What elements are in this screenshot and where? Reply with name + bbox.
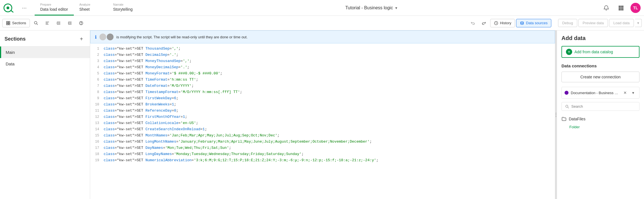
svg-point-30	[521, 22, 523, 23]
sidebar-item-main[interactable]: Main	[0, 47, 90, 58]
connection-close-button[interactable]: ✕	[622, 89, 629, 96]
svg-point-31	[566, 105, 568, 107]
tab-narrate[interactable]: Narrate Storytelling	[108, 0, 141, 16]
sections-toggle-button[interactable]: Sections	[2, 19, 30, 27]
line-number: 15	[90, 132, 104, 139]
connection-name: Documentation - Business Logic ...	[571, 91, 619, 95]
code-line: 7class="kw-set">SET DateFormat='M/D/YYYY…	[90, 83, 555, 89]
tab-prepare-main: Data load editor	[40, 7, 68, 12]
svg-line-2	[11, 10, 13, 12]
line-number: 17	[90, 145, 104, 151]
folder-sub-item[interactable]: Folder	[561, 125, 639, 129]
toolbar: Sections	[0, 16, 644, 30]
code-editor[interactable]: 1class="kw-set">SET ThousandSep=',';2cla…	[90, 43, 555, 199]
panel-title: Add data	[561, 35, 639, 41]
redo-icon	[482, 21, 486, 25]
data-sources-label: Data sources	[526, 21, 548, 25]
indent-left-button[interactable]	[54, 18, 64, 28]
line-content: class="kw-set">SET MonthNames='Jan;Feb;M…	[104, 132, 555, 139]
line-content: class="kw-set">SET TimeFormat='h:mm:ss T…	[104, 77, 555, 83]
svg-rect-4	[620, 6, 622, 7]
svg-rect-7	[620, 7, 622, 9]
connection-expand-button[interactable]: ▾	[630, 89, 636, 96]
qlik-logo-area[interactable]: ···	[3, 3, 29, 12]
format-button[interactable]	[42, 18, 52, 28]
tab-analyze[interactable]: Analyze Sheet	[74, 0, 108, 16]
user-avatar[interactable]: TL	[630, 3, 641, 13]
svg-rect-11	[622, 9, 623, 10]
indent-left-icon	[56, 21, 61, 25]
datafiles-item[interactable]: DataFiles	[561, 114, 639, 124]
load-data-button[interactable]: Load data	[609, 19, 634, 27]
notification-icon[interactable]	[601, 3, 611, 13]
code-line: 13class="kw-set">SET CollationLocale='en…	[90, 120, 555, 126]
svg-rect-6	[619, 7, 620, 9]
line-number: 2	[90, 52, 104, 58]
code-line: 5class="kw-set">SET MoneyFormat='$ ###0.…	[90, 70, 555, 77]
svg-point-1	[6, 6, 9, 9]
create-connection-button[interactable]: Create new connection	[561, 72, 639, 82]
sidebar-item-main-label: Main	[6, 50, 15, 55]
user-avatar-1	[99, 34, 106, 40]
grid-icon[interactable]	[616, 3, 626, 13]
sidebar-item-data[interactable]: Data	[0, 58, 90, 70]
svg-rect-3	[619, 6, 620, 7]
line-content: class="kw-set">SET MoneyDecimalSep='.';	[104, 64, 555, 70]
indent-right-icon	[68, 21, 72, 25]
sidebar-header: Sections +	[0, 30, 90, 47]
app-title-chevron-icon[interactable]: ▾	[395, 6, 397, 10]
svg-rect-14	[6, 23, 8, 25]
app-title: Tutorial - Business logic	[345, 5, 393, 10]
svg-line-32	[568, 107, 569, 108]
tab-prepare[interactable]: Prepare Data load editor	[35, 0, 74, 16]
connection-item: Documentation - Business Logic ... ✕ ▾	[561, 87, 639, 99]
svg-rect-9	[619, 9, 620, 10]
code-line: 17class="kw-set">SET DayNames='Mon;Tue;W…	[90, 145, 555, 151]
code-line: 16class="kw-set">SET LongMonthNames='Jan…	[90, 139, 555, 145]
sidebar-item-data-label: Data	[6, 61, 15, 66]
add-from-catalog-button[interactable]: + Add from data catalog	[561, 46, 639, 58]
line-number: 1	[90, 46, 104, 52]
undo-button[interactable]	[468, 18, 478, 28]
line-number: 9	[90, 95, 104, 101]
line-content: class="kw-set">SET MoneyThousandSep=',';	[104, 58, 555, 64]
load-dropdown-button[interactable]: ▾	[635, 19, 642, 27]
tab-prepare-top: Prepare	[40, 3, 68, 6]
help-icon	[79, 21, 83, 25]
sidebar-title: Sections	[5, 36, 26, 42]
search-input[interactable]	[571, 104, 636, 109]
resize-dots	[556, 113, 556, 117]
code-line: 14class="kw-set">SET CreateSearchIndexOn…	[90, 126, 555, 132]
nav-more-icon[interactable]: ···	[20, 3, 29, 12]
data-sources-button[interactable]: Data sources	[516, 19, 551, 27]
code-line: 11class="kw-set">SET ReferenceDay=0;	[90, 108, 555, 114]
svg-point-16	[34, 21, 37, 24]
sections-label: Sections	[12, 21, 26, 25]
svg-rect-13	[8, 21, 10, 23]
line-content: class="kw-set">SET ReferenceDay=0;	[104, 108, 555, 114]
nav-right-actions: TL	[601, 3, 641, 13]
history-button[interactable]: History	[490, 19, 515, 27]
sections-icon	[6, 21, 10, 25]
code-line: 19class="kw-set">SET NumericalAbbreviati…	[90, 157, 555, 163]
line-content: class="kw-set">SET DateFormat='M/D/YYYY'…	[104, 83, 555, 89]
code-line: 6class="kw-set">SET TimeFormat='h:mm:ss …	[90, 77, 555, 83]
search-toolbar-button[interactable]	[31, 18, 41, 28]
redo-button[interactable]	[479, 18, 489, 28]
sidebar-add-button[interactable]: +	[77, 35, 85, 43]
right-panel: Add data + Add from data catalog Data co…	[557, 30, 644, 199]
search-icon	[34, 21, 38, 25]
history-label: History	[500, 21, 511, 25]
tab-narrate-top: Narrate	[113, 3, 136, 6]
line-content: class="kw-set">SET FirstMonthOfYear=1;	[104, 114, 555, 120]
line-content: class="kw-set">SET BrokenWeeks=1;	[104, 101, 555, 108]
preview-button[interactable]: Preview data	[578, 19, 608, 27]
indent-right-button[interactable]	[65, 18, 75, 28]
line-content: class="kw-set">SET FirstWeekDay=6;	[104, 95, 555, 101]
folder-icon	[561, 116, 567, 121]
help-button[interactable]	[76, 18, 86, 28]
debug-button[interactable]: Debug	[558, 19, 577, 27]
tab-analyze-main: Sheet	[79, 7, 102, 12]
code-line: 3class="kw-set">SET MoneyThousandSep=','…	[90, 58, 555, 64]
svg-rect-12	[6, 21, 8, 23]
